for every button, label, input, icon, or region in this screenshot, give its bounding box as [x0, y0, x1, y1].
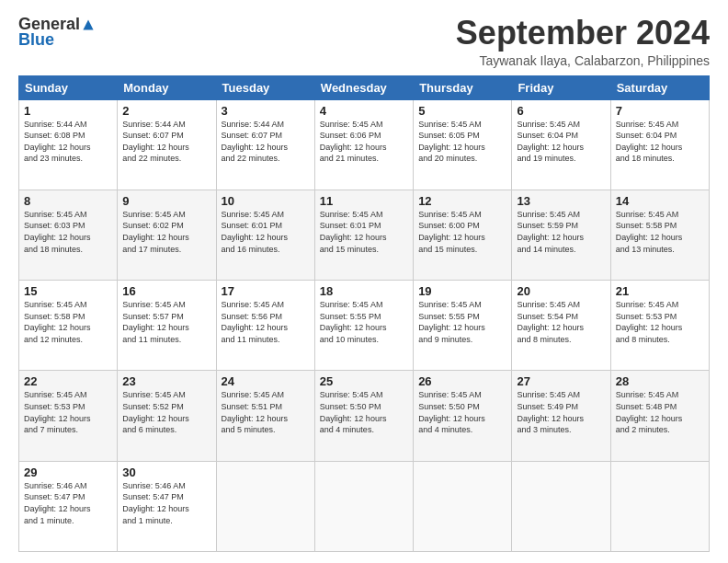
table-row: 30Sunrise: 5:46 AM Sunset: 5:47 PM Dayli… [118, 461, 216, 551]
table-row: 8Sunrise: 5:45 AM Sunset: 6:03 PM Daylig… [19, 190, 118, 280]
header-row: Sunday Monday Tuesday Wednesday Thursday… [19, 75, 710, 99]
day-number: 11 [320, 194, 408, 208]
table-row: 23Sunrise: 5:45 AM Sunset: 5:52 PM Dayli… [118, 371, 216, 461]
day-info: Sunrise: 5:45 AM Sunset: 5:58 PM Dayligh… [616, 209, 704, 255]
day-number: 3 [222, 104, 310, 118]
day-info: Sunrise: 5:45 AM Sunset: 6:02 PM Dayligh… [122, 209, 210, 255]
day-number: 8 [24, 194, 112, 208]
col-tuesday: Tuesday [216, 75, 314, 99]
table-row: 3Sunrise: 5:44 AM Sunset: 6:07 PM Daylig… [216, 99, 314, 190]
table-row: 13Sunrise: 5:45 AM Sunset: 5:59 PM Dayli… [512, 190, 610, 280]
table-row: 7Sunrise: 5:45 AM Sunset: 6:04 PM Daylig… [610, 99, 709, 190]
svg-marker-0 [83, 19, 93, 29]
table-row: 19Sunrise: 5:45 AM Sunset: 5:55 PM Dayli… [414, 281, 512, 371]
table-row: 10Sunrise: 5:45 AM Sunset: 6:01 PM Dayli… [216, 190, 314, 280]
table-row: 16Sunrise: 5:45 AM Sunset: 5:57 PM Dayli… [118, 281, 216, 371]
day-info: Sunrise: 5:45 AM Sunset: 5:52 PM Dayligh… [122, 389, 210, 435]
col-friday: Friday [512, 75, 610, 99]
title-block: September 2024 Taywanak Ilaya, Calabarzo… [456, 15, 710, 68]
table-row: 17Sunrise: 5:45 AM Sunset: 5:56 PM Dayli… [216, 281, 314, 371]
calendar: Sunday Monday Tuesday Wednesday Thursday… [18, 75, 710, 552]
table-row: 20Sunrise: 5:45 AM Sunset: 5:54 PM Dayli… [512, 281, 610, 371]
day-info: Sunrise: 5:45 AM Sunset: 6:01 PM Dayligh… [222, 209, 310, 255]
day-number: 27 [517, 374, 605, 388]
table-row: 26Sunrise: 5:45 AM Sunset: 5:50 PM Dayli… [414, 371, 512, 461]
location: Taywanak Ilaya, Calabarzon, Philippines [456, 53, 710, 68]
day-info: Sunrise: 5:44 AM Sunset: 6:07 PM Dayligh… [122, 119, 210, 165]
day-info: Sunrise: 5:45 AM Sunset: 5:50 PM Dayligh… [320, 389, 408, 435]
day-info: Sunrise: 5:45 AM Sunset: 5:53 PM Dayligh… [616, 299, 704, 345]
col-thursday: Thursday [414, 75, 512, 99]
day-number: 20 [517, 284, 605, 298]
table-row: 27Sunrise: 5:45 AM Sunset: 5:49 PM Dayli… [512, 371, 610, 461]
table-row: 21Sunrise: 5:45 AM Sunset: 5:53 PM Dayli… [610, 281, 709, 371]
day-number: 22 [24, 374, 112, 388]
day-info: Sunrise: 5:44 AM Sunset: 6:07 PM Dayligh… [222, 119, 310, 165]
week-row: 8Sunrise: 5:45 AM Sunset: 6:03 PM Daylig… [19, 190, 710, 280]
table-row [314, 461, 413, 551]
day-info: Sunrise: 5:45 AM Sunset: 5:54 PM Dayligh… [517, 299, 605, 345]
day-number: 12 [418, 194, 506, 208]
day-number: 7 [616, 104, 704, 118]
month-title: September 2024 [456, 15, 710, 52]
day-number: 28 [616, 374, 704, 388]
day-info: Sunrise: 5:45 AM Sunset: 6:05 PM Dayligh… [418, 119, 506, 165]
table-row: 18Sunrise: 5:45 AM Sunset: 5:55 PM Dayli… [314, 281, 413, 371]
day-number: 2 [122, 104, 210, 118]
day-info: Sunrise: 5:45 AM Sunset: 5:53 PM Dayligh… [24, 389, 112, 435]
day-info: Sunrise: 5:45 AM Sunset: 6:06 PM Dayligh… [320, 119, 408, 165]
table-row [512, 461, 610, 551]
logo-blue-text: Blue [18, 30, 54, 50]
day-number: 4 [320, 104, 408, 118]
day-info: Sunrise: 5:45 AM Sunset: 5:49 PM Dayligh… [517, 389, 605, 435]
col-sunday: Sunday [19, 75, 118, 99]
day-info: Sunrise: 5:45 AM Sunset: 6:00 PM Dayligh… [418, 209, 506, 255]
day-info: Sunrise: 5:45 AM Sunset: 5:58 PM Dayligh… [24, 299, 112, 345]
col-saturday: Saturday [610, 75, 709, 99]
day-number: 15 [24, 284, 112, 298]
table-row: 2Sunrise: 5:44 AM Sunset: 6:07 PM Daylig… [118, 99, 216, 190]
table-row [414, 461, 512, 551]
day-number: 18 [320, 284, 408, 298]
table-row: 14Sunrise: 5:45 AM Sunset: 5:58 PM Dayli… [610, 190, 709, 280]
day-number: 16 [122, 284, 210, 298]
day-number: 23 [122, 374, 210, 388]
table-row: 25Sunrise: 5:45 AM Sunset: 5:50 PM Dayli… [314, 371, 413, 461]
day-number: 26 [418, 374, 506, 388]
week-row: 22Sunrise: 5:45 AM Sunset: 5:53 PM Dayli… [19, 371, 710, 461]
table-row: 12Sunrise: 5:45 AM Sunset: 6:00 PM Dayli… [414, 190, 512, 280]
day-number: 25 [320, 374, 408, 388]
table-row: 22Sunrise: 5:45 AM Sunset: 5:53 PM Dayli… [19, 371, 118, 461]
day-info: Sunrise: 5:45 AM Sunset: 6:01 PM Dayligh… [320, 209, 408, 255]
day-info: Sunrise: 5:45 AM Sunset: 6:04 PM Dayligh… [517, 119, 605, 165]
day-info: Sunrise: 5:45 AM Sunset: 6:03 PM Dayligh… [24, 209, 112, 255]
page: General Blue September 2024 Taywanak Ila… [0, 0, 728, 563]
table-row: 6Sunrise: 5:45 AM Sunset: 6:04 PM Daylig… [512, 99, 610, 190]
day-info: Sunrise: 5:45 AM Sunset: 5:55 PM Dayligh… [418, 299, 506, 345]
col-monday: Monday [118, 75, 216, 99]
day-number: 5 [418, 104, 506, 118]
table-row: 28Sunrise: 5:45 AM Sunset: 5:48 PM Dayli… [610, 371, 709, 461]
day-info: Sunrise: 5:44 AM Sunset: 6:08 PM Dayligh… [24, 119, 112, 165]
table-row: 4Sunrise: 5:45 AM Sunset: 6:06 PM Daylig… [314, 99, 413, 190]
week-row: 15Sunrise: 5:45 AM Sunset: 5:58 PM Dayli… [19, 281, 710, 371]
day-number: 6 [517, 104, 605, 118]
day-number: 30 [122, 465, 210, 479]
day-info: Sunrise: 5:45 AM Sunset: 5:57 PM Dayligh… [122, 299, 210, 345]
day-info: Sunrise: 5:45 AM Sunset: 5:59 PM Dayligh… [517, 209, 605, 255]
day-number: 29 [24, 465, 112, 479]
day-info: Sunrise: 5:45 AM Sunset: 5:48 PM Dayligh… [616, 389, 704, 435]
day-number: 9 [122, 194, 210, 208]
day-info: Sunrise: 5:45 AM Sunset: 5:50 PM Dayligh… [418, 389, 506, 435]
table-row [216, 461, 314, 551]
day-info: Sunrise: 5:45 AM Sunset: 5:51 PM Dayligh… [222, 389, 310, 435]
logo: General Blue [18, 15, 95, 50]
day-number: 24 [222, 374, 310, 388]
day-info: Sunrise: 5:46 AM Sunset: 5:47 PM Dayligh… [122, 480, 210, 526]
day-number: 21 [616, 284, 704, 298]
day-number: 13 [517, 194, 605, 208]
day-number: 14 [616, 194, 704, 208]
day-number: 17 [222, 284, 310, 298]
col-wednesday: Wednesday [314, 75, 413, 99]
table-row: 9Sunrise: 5:45 AM Sunset: 6:02 PM Daylig… [118, 190, 216, 280]
